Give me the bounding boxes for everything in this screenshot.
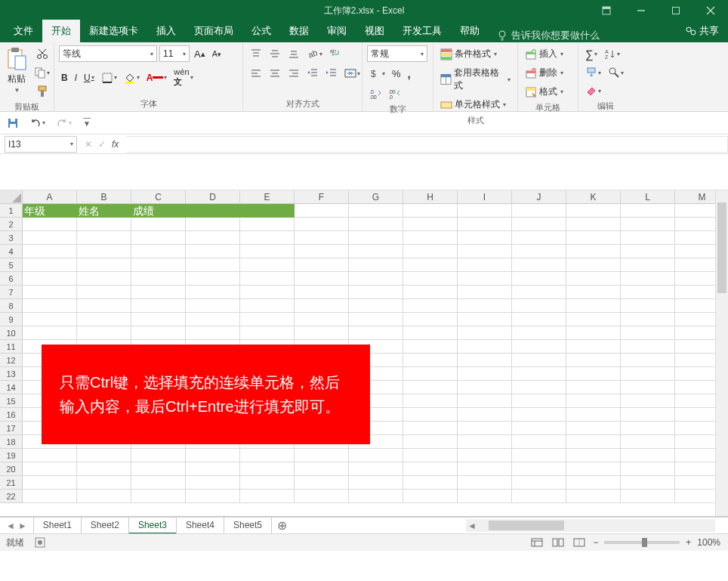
cell[interactable] [240, 231, 295, 245]
cell[interactable] [566, 245, 621, 258]
cell[interactable] [621, 245, 675, 258]
row-header[interactable]: 21 [0, 476, 23, 490]
cell[interactable] [621, 449, 675, 462]
cell[interactable] [403, 340, 458, 354]
cell[interactable] [566, 340, 621, 354]
cell[interactable] [566, 272, 621, 286]
cell[interactable] [458, 258, 512, 272]
cell[interactable] [458, 408, 512, 422]
cell[interactable] [458, 476, 512, 490]
border-button[interactable]: ▾ [99, 70, 119, 86]
cell[interactable] [77, 326, 131, 340]
cell[interactable] [458, 490, 512, 503]
cell[interactable] [566, 462, 621, 476]
row-header[interactable]: 5 [0, 258, 23, 272]
cell[interactable] [131, 476, 186, 490]
cell[interactable] [512, 245, 566, 258]
enter-formula-button[interactable]: ✓ [98, 139, 106, 150]
cell[interactable] [403, 231, 458, 245]
row-header[interactable]: 6 [0, 272, 23, 286]
italic-button[interactable]: I [72, 70, 79, 85]
save-button[interactable] [5, 115, 21, 131]
sheet-tab[interactable]: Sheet4 [176, 517, 224, 534]
cell[interactable] [512, 326, 566, 340]
format-painter-button[interactable] [34, 83, 51, 100]
cell[interactable] [512, 313, 566, 326]
bold-button[interactable]: B [59, 70, 70, 85]
cell[interactable] [349, 272, 403, 286]
row-header[interactable]: 19 [0, 449, 23, 462]
zoom-in-button[interactable]: + [686, 537, 691, 548]
cell[interactable]: 成绩 [131, 204, 186, 218]
cell[interactable] [458, 422, 512, 435]
tab-file[interactable]: 文件 [5, 20, 42, 42]
cell[interactable] [621, 313, 675, 326]
insert-cells-button[interactable]: 插入▾ [523, 45, 566, 63]
cell[interactable] [621, 286, 675, 299]
insert-function-button[interactable]: fx [112, 139, 119, 150]
decrease-font-button[interactable]: A▾ [210, 47, 224, 60]
cell[interactable] [23, 490, 77, 503]
cell[interactable] [77, 462, 131, 476]
cell[interactable] [566, 204, 621, 218]
cell[interactable] [403, 299, 458, 313]
cell[interactable] [403, 313, 458, 326]
cell[interactable] [240, 490, 295, 503]
cell[interactable] [512, 408, 566, 422]
cell[interactable] [458, 231, 512, 245]
row-header[interactable]: 14 [0, 381, 23, 394]
cell[interactable] [621, 218, 675, 231]
cell[interactable] [23, 299, 77, 313]
cell[interactable] [458, 218, 512, 231]
cell[interactable] [512, 381, 566, 394]
cell[interactable] [458, 299, 512, 313]
cell[interactable] [295, 258, 349, 272]
cell[interactable] [23, 449, 77, 462]
cell[interactable] [566, 286, 621, 299]
cell[interactable] [512, 204, 566, 218]
percent-button[interactable]: % [390, 66, 403, 82]
autosum-button[interactable]: ∑▾ [583, 45, 600, 63]
cell[interactable] [403, 476, 458, 490]
cell[interactable] [349, 462, 403, 476]
worksheet-grid[interactable]: ABCDEFGHIJKLM 12345678910111213141516171… [0, 190, 728, 517]
cell[interactable] [458, 367, 512, 381]
column-header[interactable]: I [458, 190, 512, 204]
sheet-tab[interactable]: Sheet5 [224, 517, 272, 534]
column-header[interactable]: J [512, 190, 566, 204]
cell[interactable] [458, 435, 512, 449]
clear-button[interactable]: ▾ [583, 82, 603, 99]
row-header[interactable]: 10 [0, 326, 23, 340]
cell[interactable] [77, 286, 131, 299]
cell[interactable] [77, 231, 131, 245]
cell[interactable] [131, 449, 186, 462]
format-cells-button[interactable]: 格式▾ [523, 83, 566, 100]
cell[interactable] [23, 258, 77, 272]
table-format-button[interactable]: 套用表格格式▾ [438, 64, 513, 94]
new-sheet-button[interactable]: ⊕ [271, 518, 293, 533]
zoom-level[interactable]: 100% [697, 537, 720, 548]
row-header[interactable]: 4 [0, 245, 23, 258]
cell[interactable] [566, 354, 621, 367]
cell[interactable] [458, 245, 512, 258]
align-center-button[interactable] [267, 65, 283, 82]
column-header[interactable]: D [186, 190, 240, 204]
cancel-formula-button[interactable]: ✕ [85, 139, 92, 150]
cell[interactable] [621, 381, 675, 394]
normal-view-button[interactable] [529, 536, 544, 549]
cell[interactable] [77, 258, 131, 272]
fill-color-button[interactable]: ▾ [122, 70, 142, 86]
cell[interactable] [77, 245, 131, 258]
cell[interactable] [403, 245, 458, 258]
cell[interactable] [458, 204, 512, 218]
cell[interactable] [403, 272, 458, 286]
cell[interactable] [295, 299, 349, 313]
cell[interactable] [566, 381, 621, 394]
cell[interactable] [512, 367, 566, 381]
underline-button[interactable]: U▾ [82, 70, 97, 85]
cell[interactable] [403, 462, 458, 476]
cell[interactable] [77, 299, 131, 313]
cell[interactable] [295, 313, 349, 326]
increase-decimal-button[interactable]: .0.00 [367, 85, 384, 102]
close-button[interactable] [693, 0, 728, 21]
